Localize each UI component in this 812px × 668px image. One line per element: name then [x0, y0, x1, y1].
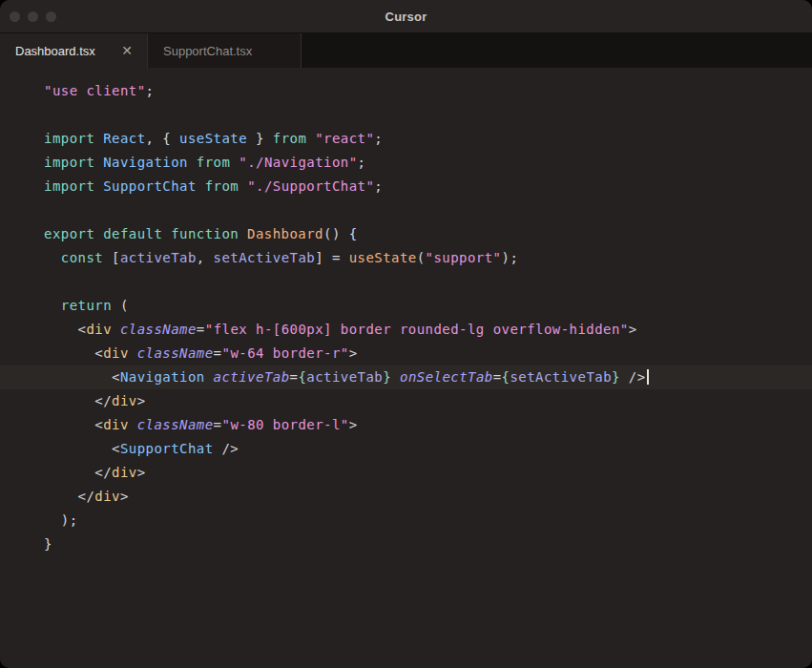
code-token: useState	[179, 131, 247, 146]
code-token: "flex h-[600px] border rounded-lg overfl…	[205, 322, 629, 337]
code-token: </	[44, 465, 112, 480]
code-token: =	[493, 369, 502, 385]
code-token	[112, 322, 120, 337]
code-token: activeTab	[120, 250, 197, 265]
code-token: ;	[358, 155, 366, 170]
code-token: setActiveTab	[510, 369, 612, 385]
tab-label: Dashboard.tsx	[15, 44, 95, 58]
code-token: ;	[374, 131, 383, 146]
code-line[interactable]	[0, 270, 812, 294]
code-token	[197, 178, 205, 194]
code-line[interactable]: </div>	[0, 485, 812, 509]
code-line[interactable]: import SupportChat from "./SupportChat";	[0, 175, 812, 198]
code-token: div	[103, 417, 129, 432]
code-token: onSelectTab	[400, 369, 493, 385]
code-token: />	[620, 369, 646, 385]
code-token: =	[197, 322, 205, 337]
code-token: >	[629, 322, 637, 337]
code-token	[94, 155, 103, 170]
code-editor[interactable]: "use client";import React, { useState } …	[0, 68, 812, 668]
code-token: </	[44, 489, 94, 504]
code-token: );	[502, 250, 519, 265]
code-token: className	[137, 345, 214, 361]
code-token: <	[44, 345, 103, 361]
code-token: <	[44, 441, 120, 456]
code-line[interactable]: </div>	[0, 389, 812, 413]
code-line[interactable]: import React, { useState } from "react";	[0, 127, 812, 151]
code-line[interactable]: "use client";	[0, 79, 812, 103]
code-token: ] =	[315, 250, 349, 265]
code-token: activeTab	[306, 369, 383, 385]
traffic-light-maximize-button[interactable]	[46, 11, 56, 22]
code-line[interactable]: const [activeTab, setActiveTab] = useSta…	[0, 246, 812, 270]
code-token: "support"	[426, 250, 502, 265]
close-icon[interactable]: ✕	[118, 43, 135, 58]
code-token: }	[44, 536, 52, 552]
traffic-light-close-button[interactable]	[10, 11, 20, 22]
code-token: Navigation	[120, 369, 205, 385]
tab-dashboard[interactable]: Dashboard.tsx ✕	[0, 33, 148, 68]
tab-label: SupportChat.tsx	[163, 44, 252, 58]
code-token: from	[205, 178, 239, 194]
code-token: "./Navigation"	[239, 155, 357, 170]
code-token	[230, 155, 239, 170]
code-line[interactable]: </div>	[0, 461, 812, 485]
code-token: </	[44, 393, 112, 408]
code-token: >	[349, 417, 358, 432]
code-line[interactable]: <SupportChat />	[0, 437, 812, 461]
code-token: />	[214, 441, 239, 456]
code-token: React	[103, 131, 145, 146]
code-token	[391, 369, 400, 385]
code-token: import	[44, 178, 94, 194]
code-token: div	[103, 345, 129, 361]
code-token: }	[612, 369, 620, 385]
code-line[interactable]: import Navigation from "./Navigation";	[0, 151, 812, 175]
code-token: return	[44, 298, 120, 313]
code-token	[94, 131, 103, 146]
code-token: "use client"	[44, 83, 146, 98]
traffic-light-minimize-button[interactable]	[28, 11, 38, 22]
code-line[interactable]: export default function Dashboard() {	[0, 222, 812, 246]
title-bar: Cursor	[0, 0, 812, 33]
code-token: }	[247, 131, 273, 146]
code-token: Dashboard	[247, 226, 323, 241]
code-token: from	[197, 155, 231, 170]
code-line[interactable]: return (	[0, 294, 812, 318]
code-token: }	[383, 369, 391, 385]
code-token: from	[273, 131, 307, 146]
code-line[interactable]: <div className="w-64 border-r">	[0, 342, 812, 365]
code-token: );	[44, 512, 78, 528]
window-title: Cursor	[385, 10, 427, 24]
code-token: useState	[349, 250, 417, 265]
app-window: Cursor Dashboard.tsx ✕ SupportChat.tsx "…	[0, 0, 812, 668]
code-token: (	[417, 250, 426, 265]
code-token: ;	[374, 178, 383, 194]
code-token: {	[298, 369, 306, 385]
code-token: activeTab	[214, 369, 290, 385]
code-token: SupportChat	[120, 441, 214, 456]
code-token: className	[137, 417, 214, 432]
code-line[interactable]: );	[0, 509, 812, 532]
code-token: <	[44, 369, 120, 385]
code-token: div	[112, 465, 137, 480]
code-token: Navigation	[103, 155, 188, 170]
code-line[interactable]: <div className="w-80 border-l">	[0, 413, 812, 437]
code-token: >	[120, 489, 129, 504]
code-token: export default function	[44, 226, 247, 241]
tab-supportchat[interactable]: SupportChat.tsx	[148, 33, 302, 68]
code-token: >	[137, 393, 146, 408]
code-token: "w-64 border-r"	[222, 345, 349, 361]
code-token: div	[86, 322, 112, 337]
code-token: ;	[146, 83, 155, 98]
code-token: import	[44, 131, 94, 146]
code-token: div	[94, 489, 120, 504]
code-line[interactable]: <Navigation activeTab={activeTab} onSele…	[0, 365, 812, 389]
code-token: ,	[197, 250, 214, 265]
code-line[interactable]	[0, 198, 812, 222]
code-line[interactable]: <div className="flex h-[600px] border ro…	[0, 318, 812, 342]
code-token: setActiveTab	[214, 250, 316, 265]
code-token: <	[44, 322, 86, 337]
code-token: "w-80 border-l"	[222, 417, 349, 432]
code-line[interactable]: }	[0, 532, 812, 556]
code-line[interactable]	[0, 103, 812, 127]
